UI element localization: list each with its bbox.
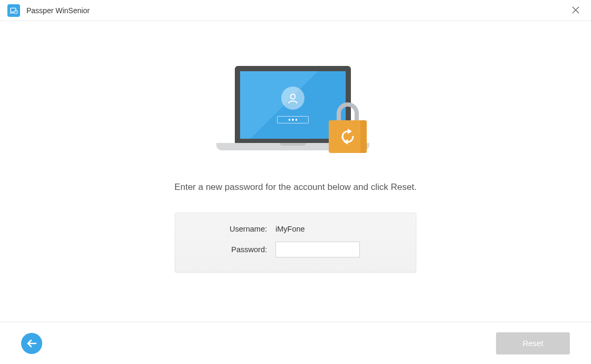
username-value: iMyFone (275, 225, 305, 233)
footer-bar: Reset (0, 322, 591, 364)
arrow-left-icon (26, 339, 37, 348)
lock-reset-icon (329, 100, 367, 153)
password-dots-icon (277, 116, 309, 123)
password-label: Password: (191, 245, 275, 254)
back-button[interactable] (21, 333, 42, 354)
title-bar: Passper WinSenior (0, 0, 591, 21)
laptop-lock-illustration (216, 66, 375, 161)
close-button[interactable] (568, 2, 584, 18)
user-avatar-icon (281, 87, 304, 110)
password-form: Username: iMyFone Password: (175, 213, 416, 273)
app-title: Passper WinSenior (26, 6, 568, 15)
svg-marker-6 (348, 129, 352, 134)
main-content: Enter a new password for the account bel… (0, 21, 591, 322)
close-icon (572, 6, 579, 14)
app-icon (7, 4, 20, 17)
reset-button[interactable]: Reset (496, 332, 570, 355)
username-label: Username: (191, 225, 275, 233)
password-input[interactable] (275, 242, 360, 257)
svg-point-5 (291, 94, 296, 99)
instruction-text: Enter a new password for the account bel… (174, 182, 416, 193)
svg-point-2 (14, 10, 18, 14)
